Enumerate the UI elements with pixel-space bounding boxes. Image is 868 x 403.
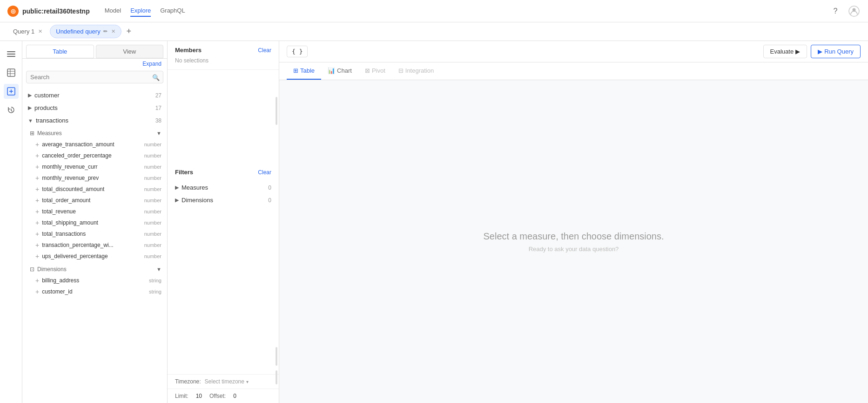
query-tab-2[interactable]: Undefined query ✏ ✕ — [50, 25, 121, 38]
dimensions-chevron-icon: ▼ — [156, 266, 161, 272]
middle-panel: Members Clear No selections Filters Clea… — [168, 41, 279, 403]
pivot-tab-label: Pivot — [372, 67, 385, 74]
add-measure-icon: + — [35, 185, 39, 193]
evaluate-label: Evaluate — [770, 48, 794, 55]
dimension-type: string — [149, 278, 161, 283]
expand-button[interactable]: Expand — [22, 59, 167, 69]
tab-pivot-view: ⊠ Pivot — [358, 62, 392, 80]
measure-type: number — [144, 231, 161, 237]
measures-icon: ⊞ — [30, 130, 34, 137]
edit-icon: ✏ — [103, 28, 108, 34]
measure-name: total_order_amount — [42, 197, 90, 204]
history-icon-button[interactable] — [4, 102, 19, 117]
timezone-label: Timezone: — [175, 378, 201, 385]
measure-total-order[interactable]: + total_order_amount number — [22, 195, 167, 206]
dimensions-icon: ⊡ — [30, 266, 34, 273]
members-clear-button[interactable]: Clear — [258, 47, 271, 54]
filter-group-measures[interactable]: ▶ Measures 0 — [175, 181, 271, 194]
measure-total-transactions[interactable]: + total_transactions number — [22, 228, 167, 239]
scrollbar-thumb-2 — [276, 347, 277, 366]
measures-header[interactable]: ⊞ Measures ▼ — [22, 128, 167, 139]
tab-integration-view: ⊟ Integration — [392, 62, 440, 80]
limit-row: Limit: 10 Offset: 0 — [168, 389, 279, 403]
dimension-customer-id[interactable]: + customer_id string — [22, 286, 167, 297]
add-measure-icon: + — [35, 253, 39, 260]
measure-canceled-order[interactable]: + canceled_order_percentage number — [22, 150, 167, 161]
dimensions-header[interactable]: ⊡ Dimensions ▼ — [22, 264, 167, 275]
chevron-right-icon: ▶ — [175, 197, 179, 203]
measure-monthly-prev[interactable]: + monthly_revenue_prev number — [22, 172, 167, 184]
no-selections-text: No selections — [175, 57, 271, 64]
integration-tab-icon: ⊟ — [398, 67, 404, 74]
timezone-chevron-icon: ▾ — [246, 379, 249, 384]
filters-section: Filters Clear ▶ Measures 0 ▶ Dimensions … — [168, 163, 279, 374]
json-button[interactable]: { } — [287, 46, 308, 57]
pivot-tab-icon: ⊠ — [365, 67, 370, 74]
query-tab-2-label: Undefined query — [56, 28, 100, 35]
nav-right: ? — [829, 5, 861, 18]
tab-chart-view[interactable]: 📊 Chart — [321, 62, 358, 80]
add-measure-icon: + — [35, 174, 39, 182]
menu-icon-button[interactable] — [4, 47, 19, 61]
chart-tab-label: Chart — [337, 67, 352, 74]
measure-total-shipping[interactable]: + total_shipping_amount number — [22, 217, 167, 228]
query-tabs: Query 1 ✕ Undefined query ✏ ✕ + — [0, 22, 868, 41]
nav-explore[interactable]: Explore — [130, 5, 151, 17]
measure-name: total_transactions — [42, 231, 86, 237]
dimension-billing-address[interactable]: + billing_address string — [22, 275, 167, 286]
query-tab-1[interactable]: Query 1 ✕ — [7, 25, 48, 38]
nav-graphql[interactable]: GraphQL — [160, 5, 185, 17]
search-input[interactable] — [26, 71, 163, 83]
content-subtitle: Ready to ask your data question? — [529, 246, 619, 253]
members-title: Members — [175, 47, 202, 54]
timezone-row: Timezone: Select timezone ▾ — [168, 374, 279, 389]
measure-monthly-curr[interactable]: + monthly_revenue_curr number — [22, 161, 167, 172]
svg-rect-5 — [7, 69, 15, 76]
schema-item-customer[interactable]: ▶ customer 27 — [22, 89, 167, 102]
filters-clear-button[interactable]: Clear — [258, 169, 271, 176]
chevron-right-icon-2: ▶ — [28, 105, 32, 111]
tab-table-view[interactable]: ⊞ Table — [287, 62, 321, 80]
nav-model[interactable]: Model — [105, 5, 121, 17]
schema-label-customer: customer — [34, 92, 59, 99]
query-tab-2-close[interactable]: ✕ — [111, 28, 115, 34]
add-tab-button[interactable]: + — [123, 26, 135, 37]
add-dimension-icon: + — [35, 288, 39, 295]
chevron-right-icon: ▶ — [28, 92, 32, 98]
nav-links: Model Explore GraphQL — [105, 5, 185, 17]
chevron-right-icon: ▶ — [175, 184, 179, 191]
add-measure-icon: + — [35, 152, 39, 159]
schema-list: ▶ customer 27 ▶ products 17 ▼ transactio… — [22, 87, 167, 403]
evaluate-play-icon: ▶ — [795, 48, 800, 55]
dimension-name: customer_id — [42, 288, 72, 295]
measures-label: Measures — [37, 130, 62, 137]
measure-transaction-pct[interactable]: + transaction_percentage_wi... number — [22, 239, 167, 251]
measure-name: total_revenue — [42, 208, 76, 215]
evaluate-button[interactable]: Evaluate ▶ — [763, 45, 807, 58]
svg-rect-4 — [7, 56, 15, 57]
measure-name: ups_delivered_percentage — [42, 253, 108, 260]
user-menu-button[interactable] — [848, 5, 861, 18]
measure-avg-transaction[interactable]: + average_transaction_amount number — [22, 139, 167, 150]
add-measure-icon: + — [35, 219, 39, 226]
explore-icon-button[interactable] — [4, 84, 19, 99]
measure-total-revenue[interactable]: + total_revenue number — [22, 206, 167, 217]
measure-name: monthly_revenue_prev — [42, 175, 99, 181]
measure-ups-delivered[interactable]: + ups_delivered_percentage number — [22, 251, 167, 262]
dimension-type: string — [149, 289, 161, 294]
filter-group-dimensions[interactable]: ▶ Dimensions 0 — [175, 194, 271, 206]
query-tab-1-close[interactable]: ✕ — [38, 28, 42, 34]
measure-type: number — [144, 164, 161, 170]
query-tab-1-label: Query 1 — [13, 28, 34, 35]
measure-total-discounted[interactable]: + total_discounted_amount number — [22, 184, 167, 195]
measure-name: total_discounted_amount — [42, 186, 104, 192]
timezone-select[interactable]: Select timezone ▾ — [205, 378, 249, 385]
tab-view[interactable]: View — [96, 45, 164, 58]
tab-table[interactable]: Table — [26, 45, 94, 58]
schema-item-transactions[interactable]: ▼ transactions 38 — [22, 114, 167, 127]
table-icon-button[interactable] — [4, 65, 19, 80]
help-button[interactable]: ? — [829, 5, 842, 18]
schema-item-products[interactable]: ▶ products 17 — [22, 102, 167, 114]
run-query-button[interactable]: ▶ Run Query — [811, 45, 861, 58]
add-measure-icon: + — [35, 197, 39, 204]
